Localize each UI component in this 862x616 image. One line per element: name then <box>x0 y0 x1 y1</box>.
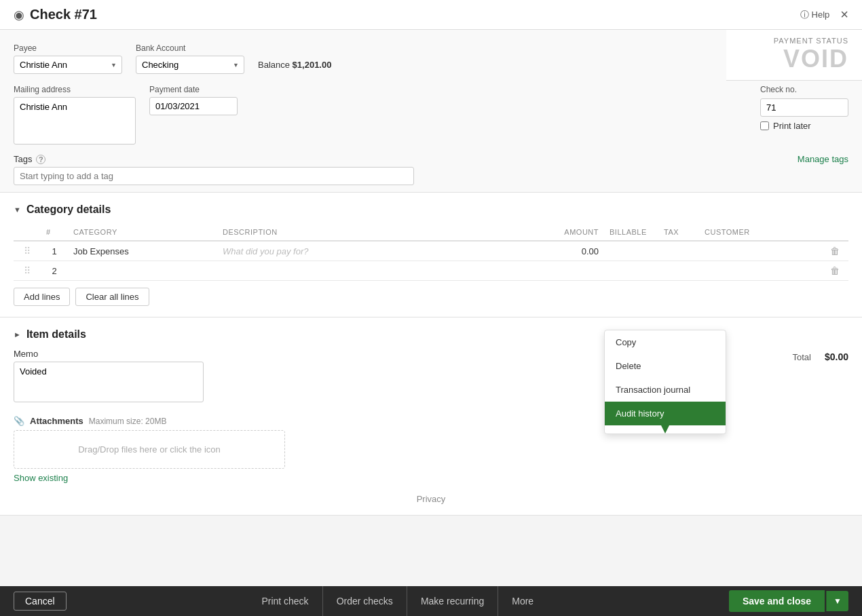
row-category-2[interactable] <box>68 261 217 281</box>
manage-tags-link[interactable]: Manage tags <box>798 154 848 164</box>
mailing-address-label: Mailing address <box>14 85 136 94</box>
max-size-text: Maximum size: 20MB <box>89 417 167 426</box>
dropdown-audit-history[interactable]: Audit history <box>605 402 726 425</box>
show-existing-link[interactable]: Show existing <box>14 473 68 483</box>
category-details-section: ▼ Category details # CATEGORY DESCRIPTIO… <box>0 193 862 317</box>
payee-label: Payee <box>14 43 122 53</box>
drag-handle-1: ⠿ <box>14 241 41 261</box>
tags-help-icon[interactable]: ? <box>36 155 45 164</box>
row-delete-2[interactable]: 🗑 <box>821 261 848 281</box>
row-description-1[interactable]: What did you pay for? <box>217 241 523 261</box>
header-left: ◉ Check #71 <box>14 7 97 22</box>
check-no-input[interactable] <box>760 98 848 117</box>
row-num-2: 2 <box>41 261 68 281</box>
th-category: CATEGORY <box>68 224 217 241</box>
clear-all-lines-button[interactable]: Clear all lines <box>75 288 149 306</box>
total-label: Total <box>792 352 810 362</box>
payment-date-input[interactable] <box>149 97 238 115</box>
row-num-1: 1 <box>41 241 68 261</box>
print-later-label: Print later <box>773 121 811 131</box>
top-row: Payee Christie Ann Bank Account Checking… <box>14 43 848 74</box>
row-category-1[interactable]: Job Expenses <box>68 241 217 261</box>
memo-group: Memo Voided <box>14 349 204 402</box>
paperclip-icon: 📎 <box>14 416 24 426</box>
payment-date-group: Payment date <box>149 85 238 115</box>
bank-account-select[interactable]: Checking <box>136 56 244 74</box>
tags-input[interactable] <box>14 167 414 185</box>
privacy-label: Privacy <box>14 494 848 504</box>
tags-section: Tags ? Manage tags <box>14 154 848 185</box>
page-title: Check #71 <box>30 7 97 22</box>
dropdown-delete[interactable]: Delete <box>605 354 726 378</box>
th-amount: AMOUNT <box>523 224 604 241</box>
category-details-title: Category details <box>26 204 111 216</box>
category-details-header: ▼ Category details <box>14 204 848 216</box>
balance-text: Balance $1,201.00 <box>258 60 331 74</box>
bank-account-group: Bank Account Checking <box>136 43 244 74</box>
category-toggle[interactable]: ▼ <box>14 206 21 214</box>
total-group: Total $0.00 <box>792 349 848 362</box>
th-billable: BILLABLE <box>604 224 658 241</box>
tags-header: Tags ? Manage tags <box>14 154 848 164</box>
th-description: DESCRIPTION <box>217 224 523 241</box>
memo-label: Memo <box>14 349 204 359</box>
row-amount-2[interactable] <box>523 261 604 281</box>
dropdown-arrow <box>661 425 669 434</box>
th-customer: CUSTOMER <box>699 224 821 241</box>
close-button[interactable]: × <box>840 7 848 22</box>
drag-icon-2: ⠿ <box>24 265 31 276</box>
row-tax-2[interactable] <box>658 261 699 281</box>
table-header-row: # CATEGORY DESCRIPTION AMOUNT BILLABLE T… <box>14 224 848 241</box>
print-later-row: Print later <box>760 121 848 131</box>
item-toggle[interactable]: ► <box>14 330 21 339</box>
row-delete-1[interactable]: 🗑 <box>821 241 848 261</box>
payee-group: Payee Christie Ann <box>14 43 122 74</box>
row-tax-1[interactable] <box>658 241 699 261</box>
payee-select[interactable]: Christie Ann <box>14 56 122 74</box>
help-button[interactable]: ⓘ Help <box>800 9 830 21</box>
item-details-title: Item details <box>26 328 86 341</box>
total-value: $0.00 <box>825 351 848 362</box>
dropdown-transaction-journal[interactable]: Transaction journal <box>605 378 726 402</box>
row-customer-2[interactable] <box>699 261 821 281</box>
delete-icon-1[interactable]: 🗑 <box>830 246 840 256</box>
print-later-checkbox[interactable] <box>760 121 769 130</box>
th-num: # <box>41 224 68 241</box>
bank-account-select-wrapper[interactable]: Checking <box>136 56 244 74</box>
check-no-group: Check no. Print later <box>760 85 848 131</box>
payment-status-area: PAYMENT STATUS VOID <box>726 30 862 81</box>
row-customer-1[interactable] <box>699 241 821 261</box>
table-row: ⠿ 2 🗑 <box>14 261 848 281</box>
mailing-address-group: Mailing address Christie Ann <box>14 85 136 145</box>
table-row: ⠿ 1 Job Expenses What did you pay for? 0… <box>14 241 848 261</box>
row-billable-2[interactable] <box>604 261 658 281</box>
payment-status-value: VOID <box>740 45 848 73</box>
row-amount-1[interactable]: 0.00 <box>523 241 604 261</box>
drop-zone[interactable]: Drag/Drop files here or click the icon <box>14 430 285 469</box>
check-no-label: Check no. <box>760 85 848 94</box>
mailing-address-input[interactable]: Christie Ann <box>14 97 136 145</box>
payee-select-wrapper[interactable]: Christie Ann <box>14 56 122 74</box>
help-icon: ⓘ <box>800 9 809 21</box>
add-lines-button[interactable]: Add lines <box>14 288 70 306</box>
dropdown-copy[interactable]: Copy <box>605 330 726 354</box>
item-details-section: ► Item details Memo Voided Total $0.00 📎… <box>0 317 862 516</box>
th-delete <box>821 224 848 241</box>
payment-status-label: PAYMENT STATUS <box>740 37 848 45</box>
table-body: ⠿ 1 Job Expenses What did you pay for? 0… <box>14 241 848 281</box>
row-billable-1[interactable] <box>604 241 658 261</box>
delete-icon-2[interactable]: 🗑 <box>830 265 840 276</box>
payment-date-label: Payment date <box>149 85 238 94</box>
th-tax: TAX <box>658 224 699 241</box>
check-circle-icon: ◉ <box>14 7 24 22</box>
memo-input[interactable]: Voided <box>14 362 204 402</box>
header: ◉ Check #71 ⓘ Help × <box>0 0 862 30</box>
attachments-label: Attachments <box>30 416 83 426</box>
second-row: Mailing address Christie Ann Payment dat… <box>14 85 848 145</box>
drag-icon-1: ⠿ <box>24 246 31 256</box>
dropdown-menu: Copy Delete Transaction journal Audit hi… <box>604 330 726 434</box>
table-actions: Add lines Clear all lines <box>14 288 848 306</box>
drop-text: Drag/Drop files here or click the icon <box>78 444 221 455</box>
row-description-2[interactable] <box>217 261 523 281</box>
header-right: ⓘ Help × <box>800 7 848 22</box>
